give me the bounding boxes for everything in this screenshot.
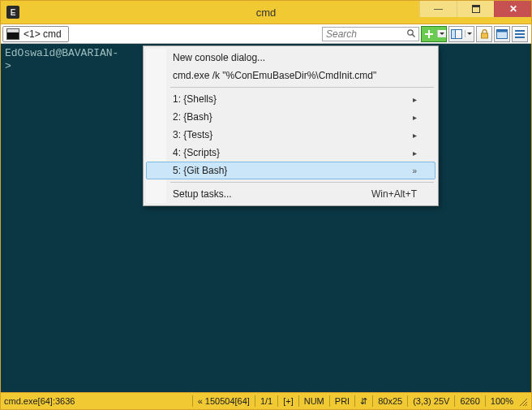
status-zoom: 100% [491, 396, 513, 406]
menu-item-new-console-dialog[interactable]: New console dialog... [146, 49, 435, 67]
new-console-menu: New console dialog... cmd.exe /k "%ConEm… [143, 45, 439, 206]
menu-item-label: Setup tasks... [173, 188, 232, 200]
menu-separator [170, 182, 434, 183]
menu-item-setup-tasks[interactable]: Setup tasks... Win+Alt+T [146, 185, 435, 203]
svg-point-2 [408, 29, 413, 34]
submenu-arrow-icon: ▸ [413, 149, 417, 158]
maximize-button[interactable] [457, 1, 494, 17]
menu-item-label: 4: {Scripts} [173, 147, 220, 158]
svg-rect-8 [481, 33, 487, 38]
search-placeholder: Search [326, 28, 357, 40]
menu-item-git-bash[interactable]: 5: {Git Bash} » [146, 162, 435, 179]
status-tab-count: 1/1 [260, 396, 272, 406]
hamburger-menu-button[interactable] [512, 26, 528, 42]
svg-rect-11 [515, 30, 525, 32]
menu-item-label: 5: {Git Bash} [173, 165, 227, 176]
svg-rect-12 [515, 33, 525, 35]
menu-item-tests[interactable]: 3: {Tests} ▸ [146, 126, 435, 144]
menu-item-cmd-init[interactable]: cmd.exe /k "%ConEmuBaseDir%\CmdInit.cmd" [146, 67, 435, 84]
new-console-button[interactable] [421, 26, 447, 42]
status-build: « 150504[64] [198, 396, 250, 406]
menu-separator [170, 87, 434, 88]
svg-rect-7 [452, 29, 456, 38]
menu-item-label: 2: {Bash} [173, 111, 212, 123]
menu-item-bash[interactable]: 2: {Bash} ▸ [146, 108, 435, 126]
plus-icon[interactable] [422, 29, 437, 39]
console-tab[interactable]: <1> cmd [2, 26, 69, 42]
pane-icon [449, 29, 465, 39]
status-pid: 6260 [460, 396, 479, 406]
menu-shortcut: Win+Alt+T [371, 188, 417, 200]
status-priority: PRI [335, 396, 350, 406]
svg-rect-10 [497, 29, 508, 32]
submenu-arrow-icon: ▸ [413, 95, 417, 104]
status-cursor: (3,3) 25V [413, 396, 449, 406]
status-caps: [+] [283, 396, 294, 406]
status-arrows: ⇵ [360, 396, 367, 407]
window-title: cmd [256, 6, 277, 19]
new-console-dropdown[interactable] [437, 30, 446, 37]
submenu-arrow-icon: ▸ [413, 113, 417, 122]
search-input[interactable]: Search [322, 27, 419, 41]
svg-line-3 [413, 34, 415, 37]
close-button[interactable]: ✕ [494, 1, 531, 17]
tab-bar: <1> cmd [2, 24, 69, 43]
svg-rect-5 [425, 33, 433, 35]
submenu-arrow-icon: » [412, 166, 417, 175]
window-controls: — ✕ [419, 1, 531, 17]
submenu-arrow-icon: ▸ [413, 131, 417, 140]
titlebar[interactable]: E cmd — ✕ [1, 1, 531, 24]
toolbar: <1> cmd Search [1, 24, 531, 44]
menu-item-scripts[interactable]: 4: {Scripts} ▸ [146, 144, 435, 162]
search-icon [406, 28, 416, 40]
menu-item-label: cmd.exe /k "%ConEmuBaseDir%\CmdInit.cmd" [173, 70, 376, 81]
lock-button[interactable] [476, 26, 492, 42]
menu-item-label: 3: {Tests} [173, 129, 212, 140]
svg-line-16 [526, 404, 527, 406]
minimize-button[interactable]: — [419, 1, 457, 17]
cmd-icon [6, 28, 19, 40]
tab-label: <1> cmd [24, 28, 62, 40]
status-process: cmd.exe[64]:3636 [4, 396, 75, 406]
status-size: 80x25 [378, 396, 402, 406]
app-icon: E [6, 6, 19, 19]
maximize-pane-button[interactable] [494, 26, 510, 42]
resize-grip[interactable] [517, 395, 528, 407]
menu-item-shells[interactable]: 1: {Shells} ▸ [146, 90, 435, 108]
split-view-button[interactable] [448, 26, 474, 42]
menu-item-label: 1: {Shells} [173, 93, 217, 105]
menu-item-label: New console dialog... [173, 52, 265, 63]
split-dropdown[interactable] [465, 30, 474, 37]
svg-rect-1 [472, 5, 479, 7]
app-window: E cmd — ✕ <1> cmd Search [0, 0, 532, 410]
svg-rect-13 [515, 37, 525, 38]
statusbar: cmd.exe[64]:3636 « 150504[64] 1/1 [+] NU… [1, 392, 531, 409]
status-num: NUM [304, 396, 324, 406]
